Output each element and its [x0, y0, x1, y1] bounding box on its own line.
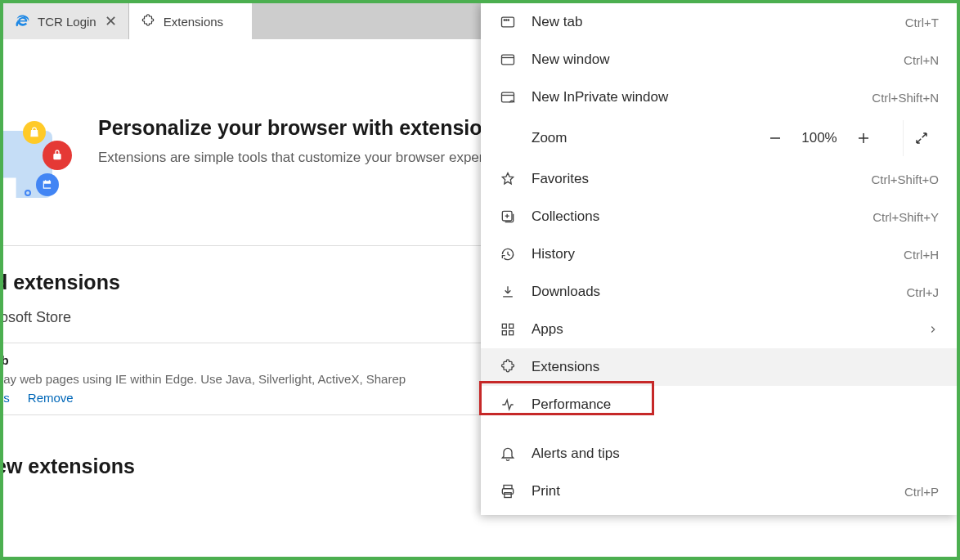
- menu-item-apps[interactable]: Apps: [481, 311, 957, 348]
- svg-point-2: [506, 20, 507, 20]
- svg-rect-0: [502, 17, 514, 27]
- zoom-out-button[interactable]: [757, 120, 793, 156]
- menu-item-label: Extensions: [532, 359, 939, 375]
- menu-item-alerts-and-tips[interactable]: Alerts and tips: [481, 435, 957, 473]
- performance-icon: [499, 396, 517, 414]
- print-icon: [499, 482, 517, 500]
- menu-item-shortcut: Ctrl+T: [905, 16, 939, 29]
- menu-item-new-window[interactable]: New windowCtrl+N: [481, 41, 957, 78]
- menu-item-new-inprivate-window[interactable]: New InPrivate windowCtrl+Shift+N: [481, 78, 957, 116]
- menu-item-shortcut: Ctrl+Shift+N: [872, 91, 939, 105]
- tab-tcr-login[interactable]: TCR Login ✕: [3, 3, 129, 39]
- tab-title: Extensions: [164, 15, 223, 29]
- menu-item-shortcut: Ctrl+Shift+Y: [873, 210, 939, 224]
- newwindow-icon: [499, 51, 517, 69]
- menu-item-new-tab[interactable]: New tabCtrl+T: [481, 3, 957, 41]
- tab-title: TCR Login: [38, 15, 96, 29]
- menu-item-label: History: [532, 246, 889, 262]
- zoom-controls: 100%: [757, 120, 881, 156]
- menu-item-shortcut: Ctrl+J: [906, 285, 939, 299]
- menu-item-history[interactable]: HistoryCtrl+H: [481, 235, 957, 273]
- menu-item-collections[interactable]: CollectionsCtrl+Shift+Y: [481, 198, 957, 235]
- puzzle-icon: [141, 14, 155, 29]
- menu-item-shortcut: Ctrl+P: [904, 485, 939, 499]
- zoom-label: Zoom: [532, 130, 742, 146]
- svg-point-1: [504, 20, 505, 20]
- lock-icon: [43, 141, 72, 170]
- inprivate-icon: [499, 88, 517, 106]
- extension-icon: [499, 358, 517, 376]
- svg-point-3: [508, 20, 509, 20]
- zoom-in-button[interactable]: [846, 120, 881, 156]
- menu-item-label: Performance: [532, 396, 939, 413]
- menu-item-label: New window: [532, 52, 889, 68]
- menu-item-label: New tab: [532, 14, 890, 30]
- menu-item-label: Collections: [532, 208, 858, 225]
- menu-item-shortcut: Ctrl+N: [904, 53, 939, 67]
- menu-item-label: Favorites: [532, 171, 856, 187]
- ie-icon: [15, 14, 29, 29]
- svg-rect-17: [509, 331, 514, 335]
- svg-rect-16: [502, 331, 506, 335]
- calendar-icon: [36, 173, 59, 196]
- menu-item-favorites[interactable]: FavoritesCtrl+Shift+O: [481, 160, 957, 198]
- menu-item-label: Downloads: [532, 284, 891, 300]
- fullscreen-button[interactable]: [903, 120, 939, 156]
- tab-extensions[interactable]: Extensions: [129, 3, 252, 39]
- collections-icon: [499, 208, 517, 226]
- menu-item-performance[interactable]: Performance: [481, 386, 957, 423]
- close-icon[interactable]: ✕: [105, 12, 117, 30]
- menu-item-label: New InPrivate window: [532, 89, 857, 105]
- svg-rect-20: [505, 493, 511, 498]
- menu-item-downloads[interactable]: DownloadsCtrl+J: [481, 273, 957, 311]
- download-icon: [499, 283, 517, 301]
- remove-link[interactable]: Remove: [28, 391, 74, 405]
- bell-icon: [499, 445, 517, 463]
- banner-art: [7, 116, 79, 206]
- svg-rect-15: [509, 324, 514, 328]
- menu-item-print[interactable]: PrintCtrl+P: [481, 473, 957, 510]
- menu-zoom-row: Zoom 100%: [481, 116, 957, 160]
- shopping-bag-icon: [23, 121, 46, 144]
- menu-item-extensions[interactable]: Extensions: [481, 348, 957, 386]
- newtab-icon: [499, 13, 517, 31]
- chevron-right-icon: [927, 324, 939, 335]
- menu-item-label: Alerts and tips: [532, 446, 939, 462]
- menu-item-label: Print: [532, 483, 890, 500]
- history-icon: [499, 245, 517, 263]
- settings-menu: New tabCtrl+TNew windowCtrl+NNew InPriva…: [481, 3, 957, 515]
- details-link[interactable]: tails: [0, 391, 10, 405]
- menu-item-label: Apps: [532, 321, 913, 338]
- apps-icon: [499, 320, 517, 338]
- menu-item-shortcut: Ctrl+Shift+O: [871, 172, 939, 186]
- svg-rect-4: [502, 55, 514, 65]
- zoom-value: 100%: [793, 130, 846, 146]
- star-icon: [499, 170, 517, 188]
- menu-item-shortcut: Ctrl+H: [904, 248, 939, 262]
- svg-rect-14: [502, 324, 506, 328]
